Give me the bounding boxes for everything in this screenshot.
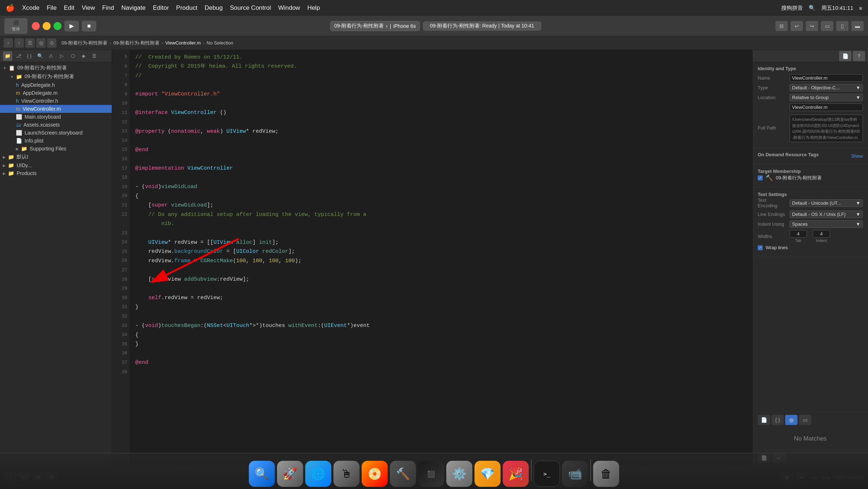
show-button[interactable]: Show <box>851 153 863 159</box>
target-checkbox[interactable]: ✓ <box>758 175 763 180</box>
indent-width-input[interactable]: 4 <box>813 230 830 238</box>
tree-assets[interactable]: 🗂 Assets.xcassets <box>0 121 112 129</box>
dock-mouse[interactable]: 🖱 <box>333 461 359 487</box>
tree-info-plist[interactable]: 📄 Info.plist <box>0 137 112 145</box>
back-forward-nav[interactable]: ↩ <box>791 21 803 31</box>
tree-supporting-files[interactable]: ▶ 📁 Supporting Files <box>0 145 112 153</box>
path-folder[interactable]: 09-附着行为-刚性附著 <box>113 40 159 46</box>
code-content[interactable]: // Created by Romeo on 15/12/11. // Copy… <box>129 50 752 466</box>
panel-toggle-2[interactable]: ▯ <box>836 21 848 31</box>
inspector-help-icon[interactable]: ? <box>853 51 865 61</box>
panel-toggle-1[interactable]: ▭ <box>821 21 833 31</box>
tree-viewcontroller-h[interactable]: h ViewController.h <box>0 97 112 105</box>
input-method-indicator[interactable]: 搜狗拼音 <box>781 5 803 12</box>
dock-safari[interactable]: 🌐 <box>305 461 331 487</box>
indent-using-select[interactable]: Spaces ▼ <box>790 220 863 228</box>
menu-edit[interactable]: Edit <box>64 4 75 12</box>
dock-dark-term[interactable]: >_ <box>534 461 560 487</box>
path-menu[interactable]: ☰ <box>25 38 35 48</box>
stop-button[interactable]: ⬛ 暂停 <box>4 18 27 34</box>
menu-find[interactable]: Find <box>102 4 114 12</box>
name-input[interactable]: ViewController.m <box>790 74 863 82</box>
scheme-selector[interactable]: 09-附着行为-刚性附著 › | iPhone 6s <box>330 21 420 31</box>
nav-breakpoint-icon[interactable]: ◈ <box>79 51 88 61</box>
tree-project-root[interactable]: ▼ 📋 09-附着行为-刚性附著 <box>0 64 112 72</box>
menu-editor[interactable]: Editor <box>153 4 169 12</box>
text-settings-section: Text Settings Text Encoding Default - Un… <box>753 187 868 256</box>
location-row: Location Relative to Group ▼ <box>758 94 863 101</box>
tree-viewcontroller-m[interactable]: m ViewController.m <box>0 105 112 113</box>
dock-xcode-tools[interactable]: 🔨 <box>390 461 416 487</box>
tree-products[interactable]: ▶ 📁 Products <box>0 169 112 177</box>
path-related[interactable]: ◎ <box>36 38 46 48</box>
tab-width-input[interactable]: 4 <box>790 230 807 238</box>
path-forward[interactable]: › <box>14 38 24 48</box>
inspector-file-icon[interactable]: 📄 <box>839 51 851 61</box>
menu-debug[interactable]: Debug <box>205 4 223 12</box>
menu-navigate[interactable]: Navigate <box>122 4 146 12</box>
type-row: Type Default - Objective-C... ▼ <box>758 84 863 92</box>
forward-nav[interactable]: ↪ <box>806 21 818 31</box>
panel-toggle-3[interactable]: ▬ <box>851 21 864 31</box>
path-history[interactable]: ⊙ <box>47 38 56 48</box>
insp-brace-btn[interactable]: { } <box>771 415 784 425</box>
dock-launchpad[interactable]: 🚀 <box>277 461 303 487</box>
menu-window[interactable]: Window <box>278 4 300 12</box>
line-endings-select[interactable]: Default - OS X / Unix (LF) ▼ <box>790 211 863 218</box>
menu-product[interactable]: Product <box>176 4 197 12</box>
tree-appdelegate-h[interactable]: h AppDelegate.h <box>0 81 112 89</box>
encoding-select[interactable]: Default - Unicode (UT... ▼ <box>790 199 863 207</box>
maximize-button[interactable] <box>54 22 61 30</box>
dock-prefs[interactable]: ⚙️ <box>446 461 472 487</box>
insp-square-btn[interactable]: ▭ <box>799 415 811 425</box>
path-back[interactable]: ‹ <box>4 38 13 48</box>
menu-view[interactable]: View <box>82 4 95 12</box>
location-select[interactable]: Relative to Group ▼ <box>790 94 863 101</box>
path-file[interactable]: ViewController.m <box>165 40 201 46</box>
nav-debug-icon[interactable]: ⬡ <box>68 51 77 61</box>
code-editor[interactable]: 5 6 7 8 9 10 11 12 13 14 15 16 17 18 19 … <box>112 50 752 466</box>
menu-file[interactable]: File <box>47 4 56 12</box>
nav-source-icon[interactable]: ⎇ <box>14 51 23 61</box>
editor-layout-1[interactable]: ⊟ <box>775 21 788 31</box>
close-button[interactable] <box>32 22 40 30</box>
tree-main-storyboard[interactable]: ⬜ Main.storyboard <box>0 113 112 121</box>
insp-file-btn[interactable]: 📄 <box>758 415 770 425</box>
inspector: 📄 ? Identity and Type Name ViewControlle… <box>752 50 868 466</box>
dock-finder[interactable]: 🔍 <box>249 461 275 487</box>
menu-search-icon[interactable]: 🔍 <box>809 5 816 11</box>
nav-project-icon[interactable]: 📁 <box>3 51 12 61</box>
nav-test-icon[interactable]: ▷ <box>57 51 67 61</box>
nav-log-icon[interactable]: ☰ <box>90 51 99 61</box>
nav-issue-icon[interactable]: ⚠ <box>46 51 56 61</box>
wrap-lines-checkbox[interactable]: ✓ <box>758 245 763 250</box>
nav-search-icon[interactable]: 🔍 <box>35 51 45 61</box>
dock-party[interactable]: 🎉 <box>503 461 529 487</box>
hamburger-icon[interactable]: ≡ <box>859 5 862 11</box>
path-project[interactable]: 09-附着行为-刚性附著 <box>61 40 107 46</box>
type-select[interactable]: Default - Objective-C... ▼ <box>790 84 863 92</box>
tree-appdelegate-m[interactable]: m AppDelegate.m <box>0 89 112 97</box>
tree-launch-storyboard[interactable]: ⬜ LaunchScreen.storyboard <box>0 129 112 137</box>
fullpath-filename-input[interactable]: ViewController.m <box>790 103 863 111</box>
dock-terminal[interactable]: ⬛ <box>418 461 444 487</box>
dock-trash[interactable]: 🗑 <box>593 461 619 487</box>
insp-circle-btn[interactable]: ◎ <box>785 415 797 425</box>
menu-source-control[interactable]: Source Control <box>230 4 271 12</box>
dock-media[interactable]: 📹 <box>562 461 588 487</box>
run-button[interactable]: ▶ <box>64 21 79 31</box>
nav-tree: ▼ 📋 09-附着行为-刚性附著 ▼ 📁 09-附着行为-刚性附著 h AppD… <box>0 62 112 466</box>
tree-uidy-group[interactable]: ▶ 📁 UIDy... <box>0 161 112 169</box>
apple-menu[interactable]: 🍎 <box>6 4 15 12</box>
menu-help[interactable]: Help <box>307 4 320 12</box>
stop-build-button[interactable]: ■ <box>82 21 96 31</box>
dock-sketch[interactable]: 💎 <box>475 461 501 487</box>
nav-symbol-icon[interactable]: { } <box>25 51 34 61</box>
minimize-button[interactable] <box>43 22 51 30</box>
tree-default-group[interactable]: ▶ 📁 默认t <box>0 153 112 161</box>
menu-xcode[interactable]: Xcode <box>22 4 39 12</box>
path-selection[interactable]: No Selection <box>207 40 233 46</box>
code-line-30: self.redView = redView; <box>135 293 746 303</box>
tree-group-main[interactable]: ▼ 📁 09-附着行为-刚性附著 <box>0 72 112 81</box>
dock-dvd[interactable]: 📀 <box>362 461 388 487</box>
